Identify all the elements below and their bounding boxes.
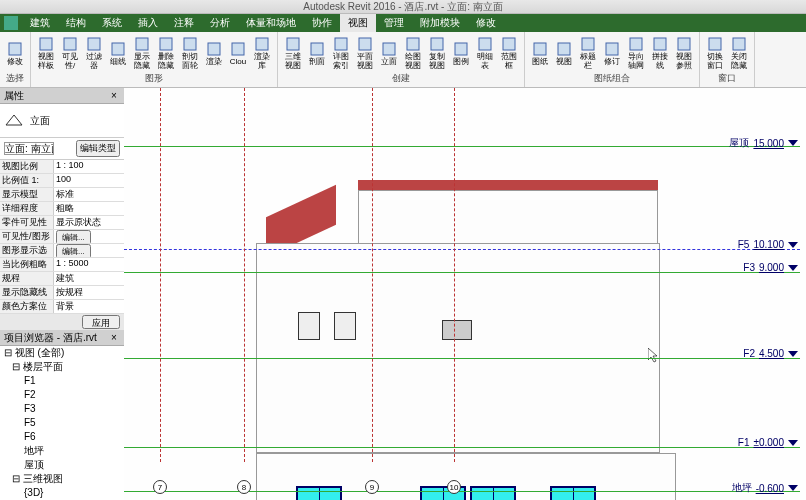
prop-value[interactable]: 显示原状态 — [54, 216, 124, 229]
apply-button[interactable]: 应用 — [82, 315, 120, 329]
tree-node[interactable]: 地坪 — [0, 444, 124, 458]
level-line[interactable] — [124, 272, 800, 273]
cmd-关闭隐藏对象[interactable]: 关闭隐藏 — [728, 35, 750, 71]
cmd-标题栏[interactable]: 标题栏 — [577, 35, 599, 71]
drawing-canvas[interactable]: 屋顶15.000F510.100F39.000F24.500F1±0.000地坪… — [124, 88, 806, 500]
tab-分析[interactable]: 分析 — [202, 14, 238, 32]
cmd-修订[interactable]: 修订 — [601, 35, 623, 71]
tab-插入[interactable]: 插入 — [130, 14, 166, 32]
level-line[interactable] — [124, 491, 800, 492]
prop-row: 图形显示选项编辑... — [0, 244, 124, 258]
tab-管理[interactable]: 管理 — [376, 14, 412, 32]
cmd-显示隐藏线[interactable]: 显示隐藏 — [131, 35, 153, 71]
cmd-详图索引[interactable]: 详图索引 — [330, 35, 352, 71]
cmd-可见性/图形[interactable]: 可见性/ — [59, 35, 81, 71]
cmd-视图样板[interactable]: 视图样板 — [35, 35, 57, 71]
prop-value[interactable]: 编辑... — [54, 244, 124, 257]
cmd-渲染库[interactable]: 渲染库 — [251, 35, 273, 71]
close-icon[interactable]: × — [108, 332, 120, 344]
prop-row: 显示模型标准 — [0, 188, 124, 202]
tree-node[interactable]: F6 — [0, 430, 124, 444]
cmd-拼接线[interactable]: 拼接线 — [649, 35, 671, 71]
cmd-Cloud渲染[interactable]: Clou — [227, 35, 249, 71]
grid-bubble[interactable]: 7 — [153, 480, 167, 494]
tab-协作[interactable]: 协作 — [304, 14, 340, 32]
grid-line[interactable] — [160, 88, 161, 462]
tab-结构[interactable]: 结构 — [58, 14, 94, 32]
prop-value[interactable]: 100 — [54, 174, 124, 187]
cmd-视图参照[interactable]: 视图参照 — [673, 35, 695, 71]
grid-bubble[interactable]: 10 — [447, 480, 461, 494]
level-tag[interactable]: 屋顶15.000 — [729, 136, 798, 150]
level-tag[interactable]: F24.500 — [743, 348, 798, 359]
cmd-剖面[interactable]: 剖面 — [306, 35, 328, 71]
tab-系统[interactable]: 系统 — [94, 14, 130, 32]
cmd-明细表[interactable]: 明细表 — [474, 35, 496, 71]
cmd-导向轴网[interactable]: 导向轴网 — [625, 35, 647, 71]
tab-修改[interactable]: 修改 — [468, 14, 504, 32]
tree-node[interactable]: F5 — [0, 416, 124, 430]
level-line[interactable] — [124, 249, 800, 250]
level-line[interactable] — [124, 358, 800, 359]
cmd-修改[interactable]: 修改 — [4, 35, 26, 71]
prop-value[interactable]: 粗略 — [54, 202, 124, 215]
tree-node[interactable]: F3 — [0, 402, 124, 416]
cmd-过滤器[interactable]: 过滤器 — [83, 35, 105, 71]
edit-type-button[interactable]: 编辑类型 — [76, 140, 120, 157]
level-line[interactable] — [124, 447, 800, 448]
cmd-切换窗口[interactable]: 切换窗口 — [704, 35, 726, 71]
cmd-范围框[interactable]: 范围框 — [498, 35, 520, 71]
cmd-删除隐藏线[interactable]: 删除隐藏 — [155, 35, 177, 71]
close-icon[interactable]: × — [108, 90, 120, 102]
cmd-立面[interactable]: 立面 — [378, 35, 400, 71]
tree-node[interactable]: ⊟ 视图 (全部) — [0, 346, 124, 360]
tree-node[interactable]: ⊟ 三维视图 — [0, 472, 124, 486]
level-tag[interactable]: F1±0.000 — [738, 437, 798, 448]
tree-node[interactable]: 屋顶 — [0, 458, 124, 472]
cmd-图例[interactable]: 图例 — [450, 35, 472, 71]
left-panels: 属性 × 立面 编辑类型 视图比例比例值 1:100显示模型标准详细程度粗略零件… — [0, 88, 124, 500]
tab-附加模块[interactable]: 附加模块 — [412, 14, 468, 32]
svg-rect-13 — [335, 38, 347, 50]
level-tag[interactable]: F510.100 — [738, 239, 798, 250]
prop-value[interactable]: 按规程 — [54, 286, 124, 299]
grid-bubble[interactable]: 9 — [365, 480, 379, 494]
tab-注释[interactable]: 注释 — [166, 14, 202, 32]
cmd-视图[interactable]: 视图 — [553, 35, 575, 71]
level-tag[interactable]: F39.000 — [743, 262, 798, 273]
prop-value[interactable] — [54, 160, 124, 173]
grid-line[interactable] — [454, 88, 455, 462]
cmd-图纸[interactable]: 图纸 — [529, 35, 551, 71]
tree-node[interactable]: F2 — [0, 388, 124, 402]
level-tag[interactable]: 地坪-0.600 — [732, 481, 798, 495]
prop-value[interactable]: 背景 — [54, 300, 124, 313]
prop-value[interactable]: 建筑 — [54, 272, 124, 285]
cmd-细线[interactable]: 细线 — [107, 35, 129, 71]
tab-视图[interactable]: 视图 — [340, 14, 376, 32]
cmd-三维视图[interactable]: 三维视图 — [282, 35, 304, 71]
project-browser[interactable]: ⊟ 视图 (全部)⊟ 楼层平面F1F2F3F5F6地坪屋顶⊟ 三维视图{3D}三… — [0, 346, 124, 500]
prop-value[interactable]: 标准 — [54, 188, 124, 201]
cmd-渲染[interactable]: 渲染 — [203, 35, 225, 71]
prop-value[interactable]: 1 : 5000 — [54, 258, 124, 271]
tree-node[interactable]: ⊟ 楼层平面 — [0, 360, 124, 374]
tab-建筑[interactable]: 建筑 — [22, 14, 58, 32]
tree-node[interactable]: {3D} — [0, 486, 124, 500]
grid-line[interactable] — [244, 88, 245, 462]
tab-体量和场地[interactable]: 体量和场地 — [238, 14, 304, 32]
grid-bubble[interactable]: 8 — [237, 480, 251, 494]
grid-line[interactable] — [372, 88, 373, 462]
level-name: F3 — [743, 262, 755, 273]
cmd-平面视图[interactable]: 平面视图 — [354, 35, 376, 71]
tree-node[interactable]: F1 — [0, 374, 124, 388]
app-icon[interactable] — [4, 16, 18, 30]
cmd-绘图视图[interactable]: 绘图视图 — [402, 35, 424, 71]
instance-select[interactable] — [4, 142, 54, 155]
cmd-剖切面轮廓[interactable]: 剖切面轮 — [179, 35, 201, 71]
prop-type-selector[interactable]: 立面 — [0, 104, 124, 138]
door — [334, 312, 356, 340]
level-line[interactable] — [124, 146, 800, 147]
cmd-复制视图[interactable]: 复制视图 — [426, 35, 448, 71]
prop-row: 可见性/图形替换编辑... — [0, 230, 124, 244]
prop-value[interactable]: 编辑... — [54, 230, 124, 243]
